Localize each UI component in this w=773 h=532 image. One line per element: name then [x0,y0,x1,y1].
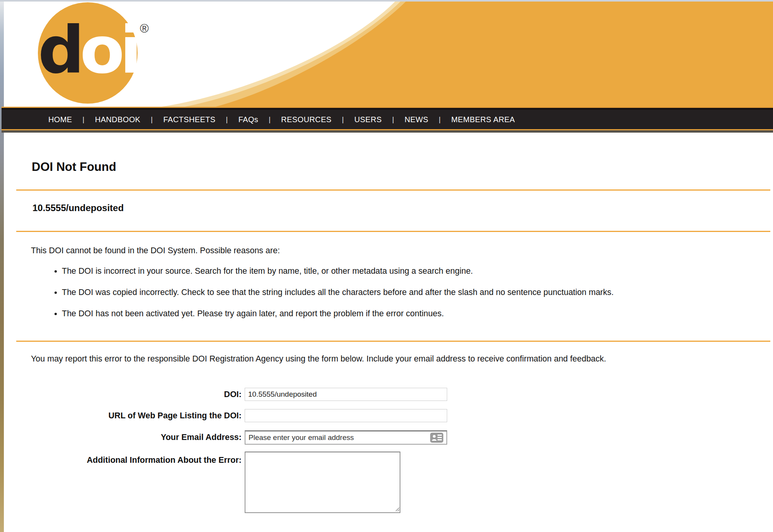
nav-separator: | [260,116,279,124]
textarea-resize-handle[interactable] [394,506,400,512]
url-field-label: URL of Web Page Listing the DOI: [0,411,242,421]
logo-letters-oi: oi [80,12,138,88]
additional-info-textarea[interactable] [245,452,400,513]
site-header: doi ® [4,2,773,107]
horizontal-rule [16,231,770,232]
email-input[interactable] [245,430,447,445]
url-input[interactable] [245,409,447,422]
nav-bar: HOME | HANDBOOK | FACTSHEETS | FAQs | RE… [2,110,773,129]
doi-logo[interactable]: doi [38,2,138,104]
reason-item: The DOI is incorrect in your source. Sea… [62,266,614,276]
autofill-contact-icon[interactable] [430,433,443,443]
nav-item-members-area[interactable]: MEMBERS AREA [449,115,517,124]
nav-item-resources[interactable]: RESOURCES [279,115,333,124]
nav-item-handbook[interactable]: HANDBOOK [93,115,143,124]
nav-separator: | [74,116,93,124]
main-navigation: HOME | HANDBOOK | FACTSHEETS | FAQs | RE… [2,107,773,133]
doi-field-label: DOI: [0,390,242,399]
nav-item-users[interactable]: USERS [352,115,384,124]
registered-trademark-symbol: ® [140,22,149,36]
nav-separator: | [334,116,352,124]
doi-subheading: 10.5555/undeposited [32,203,124,213]
nav-item-factsheets[interactable]: FACTSHEETS [161,115,217,124]
nav-item-faqs[interactable]: FAQs [237,115,261,124]
email-field-label: Your Email Address: [0,433,242,442]
intro-text: This DOI cannot be found in the DOI Syst… [31,246,280,256]
additional-info-field-label: Additional Information About the Error: [0,455,242,465]
page-title: DOI Not Found [32,160,116,174]
doi-not-found-page: { "logo": { "d": "d", "oi": "oi", "regis… [0,0,773,532]
horizontal-rule [16,341,770,342]
nav-separator: | [218,116,237,124]
reason-item: The DOI was copied incorrectly. Check to… [62,288,614,297]
reason-item: The DOI has not been activated yet. Plea… [62,309,614,319]
logo-letter-d: d [38,12,80,88]
reasons-list: The DOI is incorrect in your source. Sea… [0,266,614,330]
nav-item-news[interactable]: NEWS [403,115,431,124]
doi-input[interactable] [245,388,447,401]
report-instructions-text: You may report this error to the respons… [31,354,606,364]
doi-logo-text: doi [38,18,137,88]
horizontal-rule [16,189,770,191]
nav-item-home[interactable]: HOME [46,115,74,124]
nav-separator: | [430,116,449,124]
nav-bottom-olive-line [2,130,773,133]
nav-separator: | [384,116,403,124]
nav-separator: | [142,116,161,124]
